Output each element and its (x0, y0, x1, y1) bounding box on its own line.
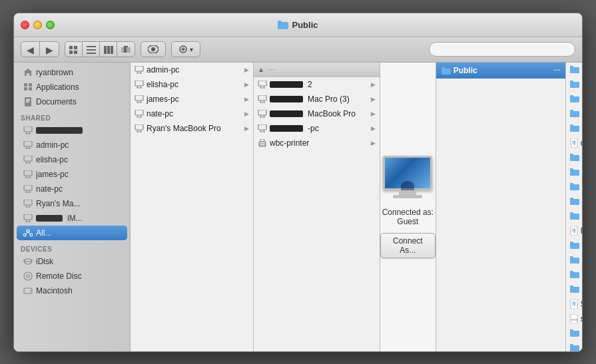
right-item-participant[interactable]: Participant Database ▶ (566, 238, 582, 253)
sidebar-label-ryans-macbook: Ryan's Ma... (36, 199, 80, 208)
computer-sm-icon-7 (258, 95, 267, 103)
col2-item4[interactable]: -pc ▶ (254, 121, 380, 136)
col2-pc-label: -pc (308, 124, 319, 133)
icon-view-button[interactable] (65, 42, 83, 57)
computer-icon-3 (23, 155, 33, 164)
back-button[interactable]: ◀ (21, 42, 40, 57)
sidebar-label-all: All... (36, 228, 51, 238)
maximize-button[interactable] (46, 21, 55, 29)
forward-button[interactable]: ▶ (40, 42, 59, 57)
folder-icon-participant (570, 242, 579, 249)
right-item-environmental[interactable]: Environmental Journalism ▶ (566, 194, 582, 209)
folder-icon-ashton (570, 124, 579, 132)
svg-rect-114 (570, 111, 579, 117)
printer-icon (258, 139, 267, 147)
search-input[interactable] (429, 42, 575, 57)
right-item-chapdelaine[interactable]: chapdelaine ▶ (566, 150, 582, 165)
sidebar-item-remote-disc[interactable]: Remote Disc (14, 269, 130, 283)
sidebar-item-elisha-pc[interactable]: elisha-pc (14, 152, 130, 167)
window-title: Public (21, 19, 575, 30)
svg-rect-22 (29, 83, 32, 87)
computer-icon-7 (23, 214, 33, 223)
right-item-2008[interactable]: 2008 ▶ (566, 63, 582, 77)
connect-as-button[interactable]: Connect As... (380, 233, 436, 258)
right-item-2011[interactable]: 2011 ▶ (566, 106, 582, 121)
col2-item2[interactable]: Mac Pro (3) ▶ (254, 92, 380, 106)
col2-item1[interactable]: 2 ▶ (254, 77, 380, 92)
col1-admin-pc[interactable]: admin-pc ▶ (131, 63, 253, 77)
svg-rect-135 (570, 271, 573, 273)
right-item-share[interactable]: Share ▶ (566, 282, 582, 297)
right-item-deborah[interactable]: Deborah B ▶ (566, 180, 582, 194)
col1-james-pc[interactable]: james-pc ▶ (131, 92, 253, 106)
network-icon (23, 228, 33, 238)
sidebar-item-documents[interactable]: Documents (14, 94, 130, 109)
sidebar-item-idisk[interactable]: iDisk (14, 254, 130, 269)
coverflow-view-button[interactable] (117, 42, 135, 57)
col2-redacted-1 (270, 81, 303, 88)
col2-wbc-printer-label: wbc-printer (270, 138, 368, 148)
redacted-label-1 (36, 127, 83, 134)
col2-label-2: 2 (308, 80, 312, 89)
svg-rect-37 (24, 156, 32, 161)
eye-button[interactable] (141, 41, 166, 57)
col1-ryans-macbook[interactable]: Ryan's MacBook Pro ▶ (131, 121, 253, 136)
col2-item3[interactable]: MacBook Pro ▶ (254, 106, 380, 121)
column-view-button[interactable] (100, 42, 117, 57)
sidebar-item-nate-pc[interactable]: nate-pc (14, 182, 130, 196)
list-view-button[interactable] (83, 42, 100, 57)
right-item-solsuite[interactable]: exe solsuite201...2_setup.exe ▶ (566, 311, 582, 326)
sidebar-item-redacted2[interactable]: iM... (14, 211, 130, 226)
right-item-2010[interactable]: 2010 ▶ (566, 92, 582, 106)
action-button[interactable]: ▾ (171, 41, 200, 57)
sidebar-item-all[interactable]: All... (17, 226, 127, 240)
svg-point-66 (30, 290, 31, 291)
sidebar-item-admin-pc[interactable]: admin-pc (14, 138, 130, 152)
svg-rect-9 (104, 46, 107, 54)
computer-sm-icon (135, 66, 144, 74)
minimize-button[interactable] (33, 21, 42, 29)
right-item-card-wav[interactable]: card.wav ▶ (566, 136, 582, 150)
sidebar-label-macintosh: Macintosh (36, 286, 73, 295)
col1-nate-pc[interactable]: nate-pc ▶ (131, 106, 253, 121)
computer-sm-icon-9 (258, 124, 267, 132)
right-item-family-videos[interactable]: Family Videos ▶ (566, 209, 582, 224)
svg-rect-107 (442, 67, 446, 69)
svg-rect-144 (570, 344, 573, 346)
svg-rect-6 (87, 46, 96, 47)
col2-wbc-printer[interactable]: wbc-printer ▶ (254, 136, 380, 150)
sidebar-item-macintosh[interactable]: Macintosh (14, 283, 130, 298)
sidebar-item-ryans-macbook[interactable]: Ryan's Ma... (14, 196, 130, 211)
chevron-icon-4: ▶ (244, 110, 249, 117)
svg-rect-116 (570, 126, 579, 132)
chevron-c2-1: ▶ (371, 81, 376, 88)
right-item-ashton[interactable]: Ashton ▶ (566, 121, 582, 136)
monitor-neck (399, 191, 416, 195)
folder-icon-environmental (570, 198, 579, 205)
sidebar-item-james-pc[interactable]: james-pc (14, 167, 130, 182)
right-item-cinematography[interactable]: Cinematography Training ▶ (566, 165, 582, 180)
sidebar-item-ryanbrown[interactable]: ryanbrown (14, 65, 130, 80)
sidebar-item-applications[interactable]: Applications (14, 80, 130, 94)
col1-elisha-pc[interactable]: elisha-pc ▶ (131, 77, 253, 92)
svg-rect-14 (127, 47, 131, 53)
right-item-stock[interactable]: Stock ▶ (566, 326, 582, 341)
svg-rect-75 (135, 95, 143, 100)
center-pane: Connected as: Guest Connect As... (380, 63, 436, 351)
col2-redacted-2 (270, 96, 303, 102)
svg-rect-105 (260, 144, 265, 146)
right-item-photos[interactable]: photos ▶ (566, 253, 582, 268)
col2-dots: ⋯ (268, 66, 275, 73)
folder-icon (278, 19, 288, 30)
svg-rect-5 (74, 51, 77, 54)
svg-point-64 (27, 275, 29, 277)
sidebar-item-redacted1[interactable] (14, 123, 130, 138)
svg-rect-128 (570, 212, 573, 214)
right-item-registration[interactable]: Registration ▶ (566, 268, 582, 282)
right-item-national-gri[interactable]: National_Gri....Movie.mp3 ▶ (566, 224, 582, 238)
right-item-student-after[interactable]: Student Afte...p_Email list ▶ (566, 341, 582, 351)
apps-icon (23, 83, 33, 92)
close-button[interactable] (21, 21, 29, 29)
right-item-2009[interactable]: 2009 ▶ (566, 77, 582, 92)
right-item-singing[interactable]: Singing_Sad...Dead-1.mp3 ▶ (566, 297, 582, 311)
